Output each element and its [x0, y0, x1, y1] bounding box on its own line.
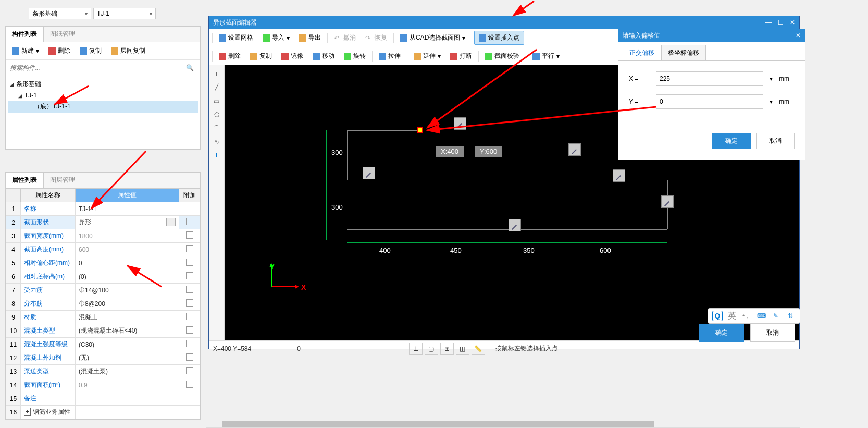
extra-checkbox[interactable] [186, 353, 193, 361]
chevron-down-icon[interactable]: ▾ [770, 98, 773, 105]
horizontal-scrollbar[interactable] [206, 420, 800, 428]
redo-button[interactable]: ↷恢复 [361, 31, 391, 44]
rotate-tool[interactable]: 旋转 [340, 50, 370, 63]
chevron-down-icon[interactable]: ▾ [770, 75, 773, 82]
polygon-tool-icon[interactable]: ⬠ [212, 110, 221, 119]
rect-tool-icon[interactable]: ▭ [212, 96, 221, 106]
line-tool-icon[interactable]: ╱ [212, 83, 221, 92]
delete-tool[interactable]: 删除 [215, 50, 245, 63]
tree-child[interactable]: ◢TJ-1 [8, 90, 198, 101]
ellipsis-button[interactable]: ⋯ [166, 218, 176, 226]
ime-keyboard-icon[interactable]: ⌨ [756, 311, 766, 321]
handle[interactable] [454, 117, 466, 130]
main-cancel-button[interactable]: 取消 [750, 324, 795, 342]
grid-button[interactable]: 设置网格 [215, 31, 257, 44]
import-button[interactable]: 导入▾ [258, 31, 294, 44]
property-row[interactable]: 8分布筋⏀8@200 [6, 297, 200, 311]
close-button[interactable]: ✕ [790, 19, 795, 26]
extra-checkbox[interactable] [186, 272, 193, 279]
mirror-tool[interactable]: 镜像 [277, 50, 307, 63]
property-row[interactable]: 7受力筋⏀14@100 [6, 284, 200, 297]
ortho-icon[interactable]: ▢ [425, 343, 438, 355]
text-tool-icon[interactable]: T [212, 151, 221, 160]
extra-checkbox[interactable] [186, 313, 193, 320]
grid-snap-icon[interactable]: ⊞ [440, 343, 454, 355]
tab-component-list[interactable]: 构件列表 [6, 27, 44, 42]
extra-checkbox[interactable] [186, 286, 193, 293]
tab-polar-offset[interactable]: 极坐标偏移 [661, 45, 706, 60]
extra-checkbox[interactable] [186, 245, 193, 252]
dialog-ok-button[interactable]: 确定 [712, 133, 751, 149]
ime-lang-icon[interactable]: 英 [727, 311, 737, 321]
extra-checkbox[interactable] [186, 218, 193, 225]
extra-checkbox[interactable] [186, 326, 193, 334]
property-row[interactable]: 16+钢筋业务属性 [6, 406, 200, 419]
extra-checkbox[interactable] [186, 367, 193, 374]
measure-icon[interactable]: 📏 [472, 343, 485, 355]
tab-layer-manage[interactable]: 图层管理 [44, 173, 81, 188]
property-row[interactable]: 10混凝土类型(现浇混凝土碎石<40) [6, 324, 200, 338]
property-row[interactable]: 6相对底标高(m)(0) [6, 270, 200, 284]
ime-punct-icon[interactable]: •， [741, 311, 752, 321]
property-row[interactable]: 2截面形状异形⋯ [6, 216, 200, 229]
extend-tool[interactable]: 延伸▾ [410, 50, 445, 63]
tab-ortho-offset[interactable]: 正交偏移 [623, 45, 661, 60]
tab-drawing-manage[interactable]: 图纸管理 [44, 27, 81, 42]
export-button[interactable]: 导出 [295, 31, 325, 44]
component-dropdown[interactable]: TJ-1 ▾ [93, 8, 156, 19]
y-input[interactable] [656, 94, 763, 109]
property-row[interactable]: 14截面面积(m²)0.9 [6, 378, 200, 392]
ime-edit-icon[interactable]: ✎ [771, 311, 781, 321]
extra-checkbox[interactable] [186, 231, 193, 239]
check-tool[interactable]: 截面校验 [481, 50, 524, 63]
extra-checkbox[interactable] [186, 381, 193, 388]
handle[interactable] [363, 167, 375, 179]
main-ok-button[interactable]: 确定 [699, 324, 744, 342]
property-row[interactable]: 11混凝土强度等级(C30) [6, 338, 200, 351]
stretch-tool[interactable]: 拉伸 [375, 50, 405, 63]
property-row[interactable]: 12混凝土外加剂(无) [6, 351, 200, 365]
ime-app-icon[interactable]: Q [712, 311, 723, 321]
layer-copy-button[interactable]: 层间复制 [107, 44, 150, 57]
maximize-button[interactable]: ☐ [778, 19, 784, 26]
category-dropdown[interactable]: 条形基础 ▾ [29, 8, 91, 19]
arc-tool-icon[interactable]: ⌒ [212, 124, 221, 133]
scrollbar-thumb[interactable] [222, 421, 654, 427]
insert-point[interactable] [417, 127, 423, 133]
ime-settings-icon[interactable]: ⇅ [785, 311, 796, 321]
property-row[interactable]: 5相对偏心距(mm)0 [6, 256, 200, 270]
property-row[interactable]: 4截面高度(mm)600 [6, 243, 200, 256]
search-input[interactable] [8, 62, 182, 74]
tree-leaf[interactable]: （底）TJ-1-1 [8, 101, 198, 113]
handle[interactable] [613, 169, 625, 182]
delete-button[interactable]: 删除 [44, 44, 75, 57]
undo-button[interactable]: ↶撤消 [330, 31, 360, 44]
copy-tool[interactable]: 复制 [246, 50, 276, 63]
curve-tool-icon[interactable]: ∿ [212, 137, 221, 146]
dialog-cancel-button[interactable]: 取消 [756, 133, 795, 149]
property-row[interactable]: 13泵送类型(混凝土泵) [6, 365, 200, 378]
handle[interactable] [509, 219, 521, 231]
extra-checkbox[interactable] [186, 259, 193, 266]
break-tool[interactable]: 打断 [446, 50, 476, 63]
snap-icon[interactable]: ⊥ [409, 343, 423, 355]
new-button[interactable]: 新建▾ [8, 44, 43, 57]
copy-button[interactable]: 复制 [76, 44, 106, 57]
tab-property-list[interactable]: 属性列表 [6, 173, 44, 188]
insert-point-button[interactable]: 设置插入点 [474, 31, 524, 45]
extra-checkbox[interactable] [186, 299, 193, 307]
search-icon[interactable]: 🔍 [182, 64, 198, 71]
point-tool-icon[interactable]: + [212, 69, 221, 79]
cad-select-button[interactable]: 从CAD选择截面图▾ [396, 31, 469, 44]
handle[interactable] [568, 143, 581, 156]
x-input[interactable] [656, 71, 763, 86]
tree-root[interactable]: ◢条形基础 [8, 78, 198, 90]
track-icon[interactable]: ◫ [456, 343, 469, 355]
handle[interactable] [661, 195, 674, 208]
property-row[interactable]: 1名称TJ-1-1 [6, 202, 200, 216]
property-row[interactable]: 3截面宽度(mm)1800 [6, 229, 200, 243]
property-row[interactable]: 15备注 [6, 392, 200, 406]
move-tool[interactable]: 移动 [308, 50, 339, 63]
dialog-close-button[interactable]: ✕ [796, 32, 801, 39]
minimize-button[interactable]: — [765, 19, 772, 26]
